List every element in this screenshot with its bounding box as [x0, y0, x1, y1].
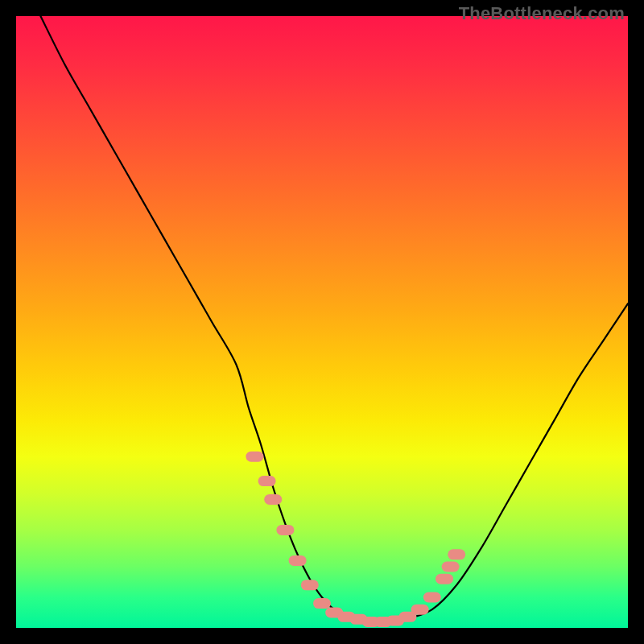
- chart-frame: TheBottleneck.com: [0, 0, 644, 644]
- marker-point: [258, 476, 276, 486]
- marker-point: [264, 494, 282, 505]
- marker-point: [301, 580, 319, 590]
- marker-point: [276, 525, 294, 535]
- marker-point: [448, 549, 465, 559]
- marker-point: [411, 605, 429, 615]
- highlight-markers: [246, 452, 465, 627]
- chart-svg: [16, 16, 628, 628]
- marker-point: [246, 452, 263, 462]
- marker-point: [442, 562, 460, 572]
- marker-point: [313, 598, 331, 609]
- marker-point: [436, 574, 453, 584]
- marker-point: [423, 592, 441, 603]
- bottleneck-curve: [40, 16, 628, 622]
- marker-point: [289, 555, 307, 566]
